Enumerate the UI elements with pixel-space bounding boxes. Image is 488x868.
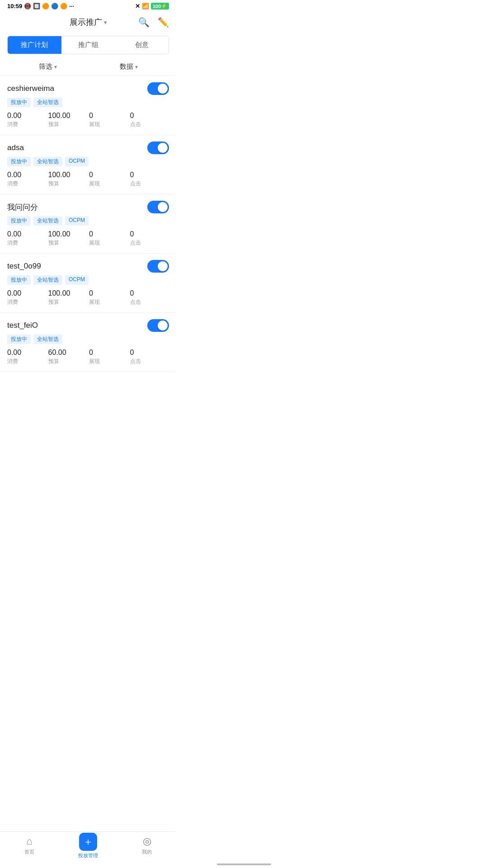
stat-label: 点击 <box>130 180 169 188</box>
stat-label: 预算 <box>48 358 88 365</box>
campaign-name: test_0o99 <box>7 262 41 271</box>
stat-item: 0展现 <box>89 230 128 247</box>
filter-chevron-icon: ▾ <box>54 64 57 70</box>
campaign-tag: 投放中 <box>7 157 31 166</box>
campaign-tag: 全站智选 <box>33 216 62 226</box>
campaign-item: 我问问分投放中全站智选OCPM0.00消费100.00预算0展现0点击 <box>0 194 176 254</box>
campaign-header: ceshierweima <box>7 82 169 95</box>
stat-label: 展现 <box>89 298 128 306</box>
stat-label: 消费 <box>7 239 47 247</box>
stat-label: 点击 <box>130 239 169 247</box>
more-icon: ··· <box>69 3 74 9</box>
campaign-tags: 投放中全站智选OCPM <box>7 157 169 166</box>
campaign-tag: OCPM <box>65 275 89 285</box>
stat-label: 预算 <box>48 121 88 128</box>
campaign-header: adsa <box>7 142 169 154</box>
campaign-stats: 0.00消费100.00预算0展现0点击 <box>7 230 169 247</box>
data-button[interactable]: 数据 ▾ <box>120 62 138 71</box>
campaign-toggle[interactable] <box>147 260 169 273</box>
stat-label: 展现 <box>89 358 128 365</box>
page-header: 展示推广 ▾ 🔍 ✏️ <box>0 12 176 32</box>
campaign-toggle[interactable] <box>147 201 169 213</box>
campaign-tag: 投放中 <box>7 275 31 285</box>
campaign-tags: 投放中全站智选 <box>7 335 169 344</box>
stat-value: 0 <box>130 112 169 120</box>
stat-item: 0点击 <box>130 171 169 188</box>
stat-label: 预算 <box>48 298 88 306</box>
campaign-tags: 投放中全站智选OCPM <box>7 216 169 226</box>
signal-icon: 📵 <box>24 3 31 9</box>
filter-row: 筛选 ▾ 数据 ▾ <box>0 58 176 76</box>
stat-value: 100.00 <box>48 112 88 120</box>
stat-value: 0 <box>89 349 128 357</box>
header-actions: 🔍 ✏️ <box>138 17 169 28</box>
stat-label: 消费 <box>7 121 47 128</box>
stat-label: 消费 <box>7 358 47 365</box>
stat-label: 点击 <box>130 298 169 306</box>
stat-value: 0 <box>89 289 128 297</box>
stat-value: 0 <box>89 171 128 179</box>
stat-item: 0.00消费 <box>7 112 47 128</box>
campaign-list: ceshierweima投放中全站智选0.00消费100.00预算0展现0点击a… <box>0 76 176 372</box>
campaign-toggle[interactable] <box>147 142 169 154</box>
status-right: ✕ 📶 100⚡ <box>135 3 169 9</box>
stat-label: 点击 <box>130 121 169 128</box>
stat-item: 60.00预算 <box>48 349 88 365</box>
stat-value: 0 <box>89 230 128 238</box>
stat-value: 0 <box>130 349 169 357</box>
search-icon[interactable]: 🔍 <box>138 17 150 28</box>
stat-label: 预算 <box>48 239 88 247</box>
app-icon-3: 🟠 <box>60 3 67 9</box>
campaign-item: adsa投放中全站智选OCPM0.00消费100.00预算0展现0点击 <box>0 135 176 194</box>
sim-icon: ✕ <box>135 3 140 9</box>
stat-item: 0展现 <box>89 112 128 128</box>
campaign-tag: 全站智选 <box>33 157 62 166</box>
app-icon-2: 🔵 <box>51 3 58 9</box>
campaign-tag: 投放中 <box>7 335 31 344</box>
campaign-stats: 0.00消费100.00预算0展现0点击 <box>7 112 169 128</box>
campaign-name: test_feiO <box>7 321 38 330</box>
stat-item: 0.00消费 <box>7 349 47 365</box>
campaign-tag: 投放中 <box>7 98 31 107</box>
campaign-tags: 投放中全站智选 <box>7 98 169 107</box>
stat-item: 0点击 <box>130 112 169 128</box>
tab-group[interactable]: 推广组 <box>61 36 115 54</box>
stat-label: 展现 <box>89 121 128 128</box>
stat-item: 100.00预算 <box>48 289 88 306</box>
status-left: 10:59 📵 🔲 🟠 🔵 🟠 ··· <box>7 3 74 9</box>
stat-value: 100.00 <box>48 289 88 297</box>
stat-value: 0 <box>89 112 128 120</box>
stat-item: 0点击 <box>130 349 169 365</box>
stat-item: 0.00消费 <box>7 171 47 188</box>
status-bar: 10:59 📵 🔲 🟠 🔵 🟠 ··· ✕ 📶 100⚡ <box>0 0 176 12</box>
campaign-header: 我问问分 <box>7 201 169 213</box>
campaign-tag: 全站智选 <box>33 98 62 107</box>
app-icon-1: 🟠 <box>42 3 49 9</box>
stat-item: 0点击 <box>130 230 169 247</box>
dropdown-icon[interactable]: ▾ <box>104 19 107 26</box>
campaign-toggle[interactable] <box>147 319 169 332</box>
battery-indicator: 100⚡ <box>151 3 169 9</box>
campaign-name: ceshierweima <box>7 84 54 93</box>
stat-value: 100.00 <box>48 171 88 179</box>
stat-item: 100.00预算 <box>48 112 88 128</box>
campaign-header: test_0o99 <box>7 260 169 273</box>
stat-value: 0.00 <box>7 349 47 357</box>
stat-item: 0.00消费 <box>7 230 47 247</box>
stat-item: 0展现 <box>89 171 128 188</box>
stat-label: 预算 <box>48 180 88 188</box>
campaign-item: test_0o99投放中全站智选OCPM0.00消费100.00预算0展现0点击 <box>0 254 176 313</box>
status-time: 10:59 <box>7 3 22 9</box>
campaign-tag: 全站智选 <box>33 335 62 344</box>
campaign-stats: 0.00消费60.00预算0展现0点击 <box>7 349 169 365</box>
filter-button[interactable]: 筛选 ▾ <box>39 62 57 71</box>
campaign-tags: 投放中全站智选OCPM <box>7 275 169 285</box>
tab-plan[interactable]: 推广计划 <box>8 36 61 54</box>
tab-creative[interactable]: 创意 <box>115 36 169 54</box>
campaign-toggle[interactable] <box>147 82 169 95</box>
data-chevron-icon: ▾ <box>135 64 138 70</box>
stat-label: 展现 <box>89 239 128 247</box>
stat-value: 0.00 <box>7 289 47 297</box>
edit-icon[interactable]: ✏️ <box>158 17 169 28</box>
campaign-tag: OCPM <box>65 216 89 226</box>
